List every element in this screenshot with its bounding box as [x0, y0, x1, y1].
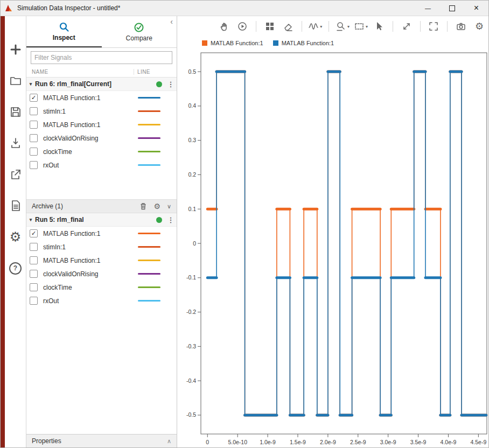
replay-button[interactable] — [235, 19, 250, 33]
signal-checkbox[interactable] — [30, 148, 38, 156]
x-tick-label: 3.0e-9 — [380, 439, 396, 445]
add-run-button[interactable] — [8, 42, 23, 57]
pan-button[interactable] — [216, 19, 232, 33]
run-header[interactable]: ▾ Run 6: rlm_final[Current] ⋮ — [26, 78, 177, 91]
signal-row[interactable]: clockTime — [26, 145, 177, 158]
signal-checkbox[interactable] — [30, 107, 38, 115]
signal-row[interactable]: MATLAB Function:1 — [26, 118, 177, 131]
archive-gear-icon[interactable]: ⚙ — [153, 202, 160, 211]
signal-row[interactable]: clockTime — [26, 281, 177, 294]
signal-checkbox[interactable] — [30, 283, 38, 291]
zoom-region-button[interactable]: ▾ — [353, 19, 368, 33]
create-report-button[interactable] — [8, 198, 23, 213]
signal-checkbox[interactable] — [30, 121, 38, 129]
signal-row[interactable]: rxOut — [26, 294, 177, 307]
signal-line-sample — [138, 260, 160, 261]
expander-icon[interactable]: ▾ — [26, 217, 35, 222]
maximize-icon — [449, 5, 455, 11]
fullscreen-corners-icon — [428, 21, 439, 32]
tab-inspect-label: Inspect — [53, 34, 75, 41]
signal-row[interactable]: stimIn:1 — [26, 104, 177, 118]
main-area: ⚙ ? Inspect Compare ‹ — [1, 16, 488, 447]
signal-checkbox[interactable] — [30, 134, 38, 142]
signal-name: rxOut — [38, 162, 134, 169]
gear-icon: ⚙ — [475, 20, 484, 32]
y-tick-label: -0.5 — [186, 411, 196, 418]
plus-icon — [9, 43, 22, 56]
signal-checkbox[interactable] — [30, 161, 38, 169]
trash-icon[interactable] — [139, 202, 147, 210]
line-cell — [134, 286, 177, 288]
signal-display-button[interactable]: ▾ — [308, 19, 323, 33]
signal-row[interactable]: ✓ MATLAB Function:1 — [26, 227, 177, 240]
import-button[interactable] — [8, 136, 23, 151]
zoom-button[interactable]: ▾ — [335, 19, 350, 33]
signal-row[interactable]: clockValidOnRising — [26, 267, 177, 281]
signal-checkbox[interactable]: ✓ — [30, 229, 38, 237]
line-cell — [134, 300, 177, 302]
signal-checkbox[interactable] — [30, 256, 38, 264]
archive-collapse-icon[interactable]: ∨ — [167, 203, 171, 210]
toolbar-separator — [447, 21, 448, 32]
expander-icon[interactable]: ▾ — [26, 81, 35, 87]
line-cell — [134, 273, 177, 275]
snapshot-button[interactable] — [453, 19, 469, 33]
help-icon: ? — [9, 262, 22, 275]
signal-checkbox[interactable]: ✓ — [30, 94, 38, 102]
chart-area[interactable]: 0.50.40.30.20.10-0.1-0.2-0.3-0.4-0.505.0… — [177, 50, 488, 447]
toolbar-separator — [420, 21, 421, 32]
x-tick-label: 5.0e-10 — [228, 439, 247, 445]
name-column-header: NAME — [26, 69, 134, 75]
signal-checkbox[interactable] — [30, 297, 38, 305]
legend-item[interactable]: MATLAB Function:1 — [273, 40, 334, 46]
signal-row[interactable]: stimIn:1 — [26, 240, 177, 254]
tab-inspect[interactable]: Inspect — [26, 16, 102, 47]
open-session-button[interactable] — [8, 73, 23, 88]
dropdown-icon: ▾ — [366, 24, 368, 29]
archive-bar[interactable]: Archive (1) ⚙ ∨ — [26, 199, 177, 213]
minimize-button[interactable]: — — [416, 1, 440, 16]
run-header[interactable]: ▾ Run 5: rlm_final ⋮ — [26, 213, 177, 227]
import-icon — [9, 137, 22, 150]
subplot-layout-button[interactable] — [262, 19, 277, 33]
sidebar-collapse-icon[interactable]: ‹ — [170, 17, 173, 26]
export-icon — [9, 168, 22, 181]
kebab-menu-icon[interactable]: ⋮ — [167, 216, 174, 224]
signal-row[interactable]: rxOut — [26, 158, 177, 172]
chart-svg[interactable]: 0.50.40.30.20.10-0.1-0.2-0.3-0.4-0.505.0… — [177, 50, 489, 448]
signal-checkbox[interactable] — [30, 243, 38, 251]
y-tick-label: 0.3 — [188, 137, 196, 143]
maximize-plot-button[interactable] — [426, 19, 441, 33]
signal-line-sample — [138, 124, 160, 125]
report-document-icon — [9, 199, 22, 212]
signal-row[interactable]: ✓ MATLAB Function:1 — [26, 91, 177, 104]
line-cell — [134, 110, 177, 112]
y-tick-label: 0.2 — [188, 171, 196, 178]
tab-compare[interactable]: Compare — [102, 16, 177, 47]
line-cell — [134, 124, 177, 125]
legend-swatch — [273, 40, 278, 46]
save-session-button[interactable] — [8, 104, 23, 120]
legend-item[interactable]: MATLAB Function:1 — [202, 40, 263, 46]
properties-bar[interactable]: Properties ∧ — [26, 434, 177, 447]
filter-signals-input[interactable] — [31, 51, 172, 64]
line-cell — [134, 233, 177, 234]
plot-settings-button[interactable]: ⚙ — [472, 19, 487, 33]
export-button[interactable] — [8, 167, 23, 182]
signal-line-sample — [138, 137, 160, 139]
clear-plots-button[interactable] — [281, 19, 296, 33]
pointer-button[interactable] — [372, 19, 387, 33]
zoom-icon — [336, 21, 346, 32]
signal-checkbox[interactable] — [30, 270, 38, 278]
fit-to-view-button[interactable] — [399, 19, 414, 33]
maximize-button[interactable] — [440, 1, 464, 16]
preferences-button[interactable]: ⚙ — [8, 229, 23, 244]
close-button[interactable]: × — [464, 1, 488, 16]
archive-actions: ⚙ ∨ — [139, 202, 171, 211]
signal-row[interactable]: clockValidOnRising — [26, 131, 177, 145]
run-label: Run 6: rlm_final[Current] — [35, 80, 156, 88]
help-button[interactable]: ? — [8, 261, 23, 276]
kebab-menu-icon[interactable]: ⋮ — [167, 80, 174, 88]
signal-row[interactable]: MATLAB Function:1 — [26, 254, 177, 267]
run-label: Run 5: rlm_final — [35, 216, 156, 223]
